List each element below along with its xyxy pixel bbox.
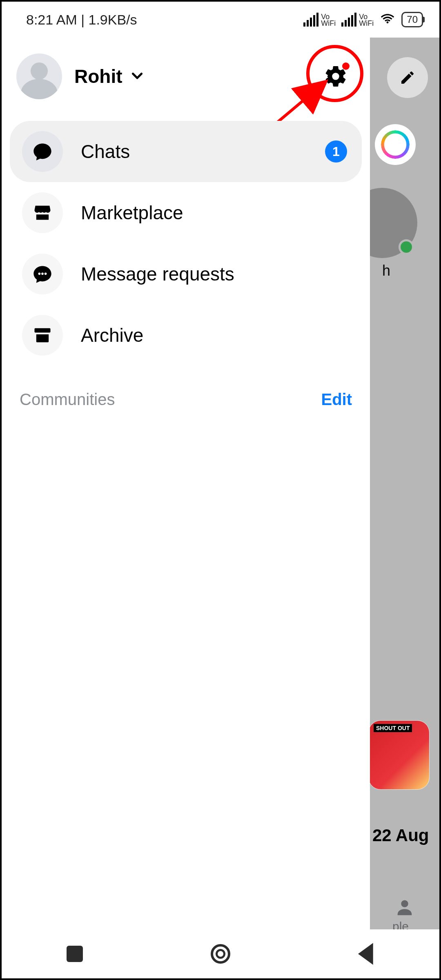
promo-label: SHOUT OUT [374,724,412,732]
pencil-icon [399,69,416,86]
communities-label: Communities [20,390,115,409]
battery-indicator: 70 [401,12,423,27]
drawer-menu: Chats 1 Marketplace Message requests Arc… [2,121,370,366]
menu-label: Archive [81,324,143,346]
account-switcher[interactable]: Rohit [74,65,145,87]
people-tab[interactable]: ple [370,898,439,929]
drawer-header: Rohit [2,50,370,103]
status-right: Vo WiFi Vo WiFi 70 [303,10,423,29]
circle-icon [211,944,230,964]
meta-ai-icon [381,130,410,159]
svg-point-2 [38,273,41,275]
signal-sim1: Vo WiFi [303,13,336,27]
menu-item-chats[interactable]: Chats 1 [10,121,362,182]
menu-label: Message requests [81,263,234,285]
compose-button[interactable] [387,57,428,98]
main-screen-dimmed: h A SHOUT OUT 22 Aug ple [370,38,439,929]
triangle-back-icon [350,938,383,970]
status-bar: 8:21 AM | 1.9KB/s Vo WiFi Vo WiFi 70 [2,2,439,38]
account-name-label: Rohit [74,65,122,87]
status-time: 8:21 AM [26,12,77,27]
promo-card[interactable]: SHOUT OUT [370,720,430,790]
menu-item-marketplace[interactable]: Marketplace [10,182,362,243]
svg-rect-5 [35,328,51,333]
chat-filled-icon [22,131,63,172]
menu-item-archive[interactable]: Archive [10,305,362,366]
meta-ai-button[interactable] [375,124,416,165]
communities-edit-button[interactable]: Edit [321,390,352,409]
communities-section-header: Communities Edit [2,390,370,409]
date-label: 22 Aug [370,826,439,845]
chevron-down-icon [130,65,145,87]
status-time-net: 8:21 AM | 1.9KB/s [26,12,137,28]
archive-icon [22,315,63,356]
story-row: h A [370,188,439,279]
svg-point-4 [45,273,47,275]
menu-item-message-requests[interactable]: Message requests [10,243,362,305]
chat-dots-icon [22,254,63,294]
signal-sim2: Vo WiFi [341,13,374,27]
unread-badge: 1 [325,140,347,163]
story-name-fragment: h [382,262,390,279]
nav-home-button[interactable] [204,938,237,970]
drawer-panel: Rohit Chats 1 [2,38,370,929]
nav-recents-button[interactable] [58,938,91,970]
people-icon [394,898,415,919]
story-item[interactable]: h [370,188,439,279]
menu-label: Marketplace [81,202,183,224]
people-tab-label-fragment: ple [392,920,409,929]
status-net-speed: 1.9KB/s [88,12,137,27]
storefront-icon [22,192,63,233]
menu-label: Chats [81,140,130,163]
square-icon [67,946,83,962]
notification-dot-icon [342,62,350,70]
story-avatar [370,188,417,258]
settings-button[interactable] [319,60,352,93]
online-indicator-icon [399,239,414,255]
svg-point-0 [401,900,408,907]
nav-back-button[interactable] [350,938,383,970]
avatar[interactable] [16,53,62,99]
system-nav-bar [2,929,439,978]
wifi-icon [379,10,396,29]
svg-point-3 [41,273,44,275]
